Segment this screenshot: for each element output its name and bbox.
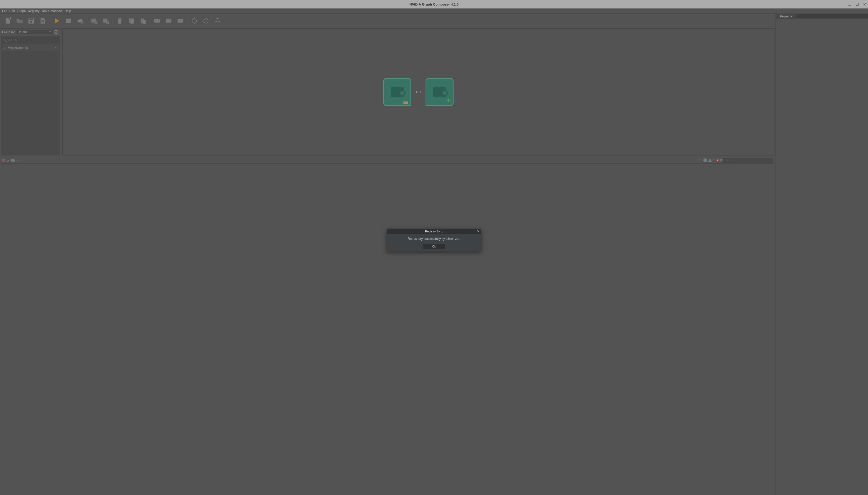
dialog-message: Repository successfully synchronized [387,234,481,242]
modal-overlay: Registry Sync ✕ Repository successfully … [0,0,868,495]
registry-sync-dialog: Registry Sync ✕ Repository successfully … [387,229,481,252]
dialog-title: Registry Sync [425,230,443,233]
dialog-close-button[interactable]: ✕ [476,229,480,233]
dialog-ok-button[interactable]: Ok [423,244,445,249]
